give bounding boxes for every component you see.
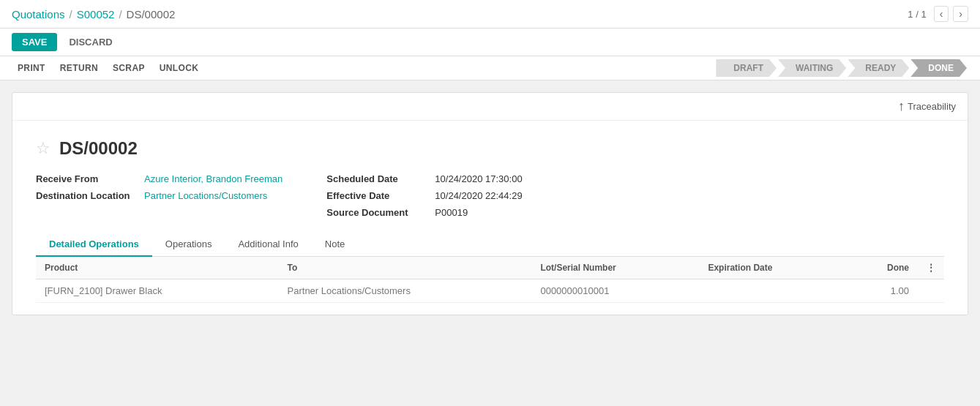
row-lot: 0000000010001: [531, 279, 699, 303]
table-area: Product To Lot/Serial Number Expiration …: [36, 257, 944, 303]
top-bar: Quotations / S00052 / DS/00002 1 / 1 ‹ ›: [0, 0, 980, 29]
record-title: ☆ DS/00002: [36, 138, 944, 159]
tabs: Detailed Operations Operations Additiona…: [36, 233, 944, 257]
nav-prev-button[interactable]: ‹: [934, 6, 949, 22]
favorite-star-icon[interactable]: ☆: [36, 139, 51, 158]
action-links: PRINT RETURN SCRAP UNLOCK: [12, 60, 204, 76]
tab-detailed-operations[interactable]: Detailed Operations: [36, 233, 152, 257]
field-destination: Destination Location Partner Locations/C…: [36, 190, 283, 201]
table-row: [FURN_2100] Drawer Black Partner Locatio…: [36, 279, 944, 303]
col-options: ⋮: [918, 257, 944, 279]
action-bar: PRINT RETURN SCRAP UNLOCK DRAFT WAITING …: [0, 56, 980, 80]
scheduled-date-label: Scheduled Date: [326, 173, 429, 184]
print-button[interactable]: PRINT: [12, 60, 51, 76]
form-body: ☆ DS/00002 Receive From Azure Interior, …: [12, 121, 968, 315]
breadcrumb-current: DS/00002: [127, 8, 176, 20]
traceability-arrow-icon: ↑: [898, 99, 905, 114]
fields-right: Scheduled Date 10/24/2020 17:30:00 Effec…: [326, 173, 522, 218]
col-done: Done: [847, 257, 918, 279]
row-product: [FURN_2100] Drawer Black: [36, 279, 279, 303]
detailed-operations-table: Product To Lot/Serial Number Expiration …: [36, 257, 944, 303]
row-expiration: [699, 279, 846, 303]
form-fields: Receive From Azure Interior, Brandon Fre…: [36, 173, 944, 218]
traceability-bar: ↑ Traceability: [12, 93, 968, 121]
tab-operations[interactable]: Operations: [152, 233, 225, 257]
col-to: To: [279, 257, 532, 279]
traceability-button[interactable]: ↑ Traceability: [898, 99, 956, 114]
field-scheduled-date: Scheduled Date 10/24/2020 17:30:00: [326, 173, 522, 184]
status-waiting: WAITING: [778, 59, 846, 77]
unlock-button[interactable]: UNLOCK: [154, 60, 205, 76]
row-to: Partner Locations/Customers: [279, 279, 532, 303]
scrap-button[interactable]: SCRAP: [107, 60, 151, 76]
nav-arrows: 1 / 1 ‹ ›: [908, 6, 968, 22]
row-done: 1.00: [847, 279, 918, 303]
breadcrumb-s00052[interactable]: S00052: [77, 8, 115, 20]
status-draft: DRAFT: [716, 59, 777, 77]
source-doc-label: Source Document: [326, 207, 429, 218]
field-effective-date: Effective Date 10/24/2020 22:44:29: [326, 190, 522, 201]
effective-date-label: Effective Date: [326, 190, 429, 201]
main-content: ↑ Traceability ☆ DS/00002 Receive From A…: [0, 80, 980, 327]
field-source-doc: Source Document P00019: [326, 207, 522, 218]
source-doc-value: P00019: [435, 207, 468, 218]
nav-count: 1 / 1: [908, 9, 926, 20]
status-pipeline: DRAFT WAITING READY DONE: [716, 59, 968, 77]
toolbar: SAVE DISCARD: [0, 29, 980, 56]
effective-date-value: 10/24/2020 22:44:29: [435, 190, 522, 201]
breadcrumb-quotations[interactable]: Quotations: [12, 8, 65, 20]
table-header-row: Product To Lot/Serial Number Expiration …: [36, 257, 944, 279]
col-lot: Lot/Serial Number: [531, 257, 699, 279]
tab-additional-info[interactable]: Additional Info: [225, 233, 311, 257]
col-expiration: Expiration Date: [699, 257, 846, 279]
breadcrumb-sep-1: /: [70, 8, 72, 20]
nav-next-button[interactable]: ›: [953, 6, 968, 22]
return-button[interactable]: RETURN: [54, 60, 104, 76]
breadcrumb-sep-2: /: [119, 8, 121, 20]
receive-from-label: Receive From: [36, 173, 138, 184]
status-ready: READY: [848, 59, 909, 77]
record-name: DS/00002: [59, 138, 138, 159]
status-done: DONE: [910, 59, 967, 77]
field-receive-from: Receive From Azure Interior, Brandon Fre…: [36, 173, 283, 184]
destination-label: Destination Location: [36, 190, 138, 201]
row-options[interactable]: [918, 279, 944, 303]
col-product: Product: [36, 257, 279, 279]
save-button[interactable]: SAVE: [12, 33, 57, 51]
tab-note[interactable]: Note: [312, 233, 358, 257]
fields-left: Receive From Azure Interior, Brandon Fre…: [36, 173, 283, 218]
breadcrumb: Quotations / S00052 / DS/00002: [12, 8, 175, 20]
receive-from-value[interactable]: Azure Interior, Brandon Freeman: [144, 173, 283, 184]
discard-button[interactable]: DISCARD: [63, 33, 118, 51]
scheduled-date-value: 10/24/2020 17:30:00: [435, 173, 522, 184]
form-card: ↑ Traceability ☆ DS/00002 Receive From A…: [12, 92, 968, 315]
traceability-label: Traceability: [908, 101, 956, 112]
destination-value[interactable]: Partner Locations/Customers: [144, 190, 267, 201]
